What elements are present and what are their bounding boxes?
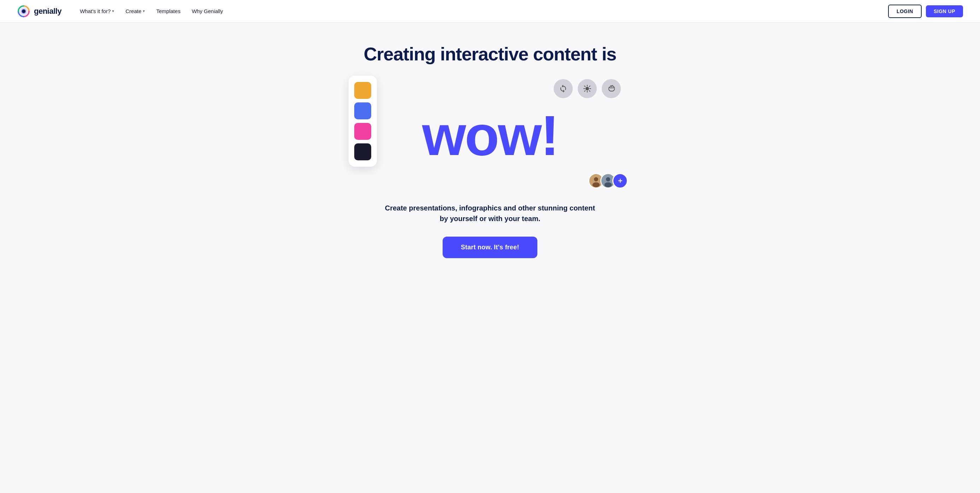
logo-icon (17, 5, 30, 18)
navbar: genially What's it for? ▾ Create ▾ Templ… (0, 0, 980, 22)
nav-item-create[interactable]: Create ▾ (121, 5, 149, 17)
interaction-icons (554, 79, 621, 98)
animate-icon-circle[interactable] (578, 79, 597, 98)
nav-item-why-genially[interactable]: Why Genially (188, 5, 227, 17)
interact-icon-circle[interactable] (602, 79, 621, 98)
navbar-right: LOGIN SIGN UP (888, 5, 963, 18)
nav-links: What's it for? ▾ Create ▾ Templates Why … (76, 5, 228, 17)
yellow-swatch (354, 82, 371, 99)
chevron-down-icon: ▾ (112, 9, 114, 13)
hero-title: Creating interactive content is (364, 44, 617, 65)
animate-icon (583, 84, 592, 93)
dark-swatch (354, 143, 371, 160)
svg-point-9 (606, 177, 610, 181)
nav-item-templates[interactable]: Templates (152, 5, 185, 17)
signup-button[interactable]: SIGN UP (926, 5, 963, 17)
rotate-icon-circle[interactable] (554, 79, 573, 98)
logo[interactable]: genially (17, 5, 62, 18)
svg-point-6 (594, 177, 598, 181)
svg-point-10 (605, 182, 612, 187)
color-palette-card (348, 76, 377, 167)
login-button[interactable]: LOGIN (888, 5, 922, 18)
wow-text: wow! (422, 107, 558, 164)
svg-point-7 (592, 182, 600, 187)
rotate-icon (559, 84, 568, 93)
hero-visual-area: wow! ＋ (331, 68, 649, 203)
blue-swatch (354, 102, 371, 119)
nav-item-whats-it-for[interactable]: What's it for? ▾ (76, 5, 118, 17)
hand-icon (607, 84, 616, 93)
logo-text: genially (34, 7, 62, 16)
svg-point-4 (585, 87, 589, 90)
pink-swatch (354, 123, 371, 140)
cta-button[interactable]: Start now. It's free! (442, 236, 538, 258)
hero-section: Creating interactive content is (0, 22, 980, 493)
navbar-left: genially What's it for? ▾ Create ▾ Templ… (17, 5, 228, 18)
svg-point-3 (22, 10, 25, 13)
avatar-group: ＋ (588, 173, 628, 189)
chevron-down-icon: ▾ (143, 9, 145, 13)
avatar-add[interactable]: ＋ (612, 173, 628, 189)
hero-subtitle: Create presentations, infographics and o… (384, 203, 596, 224)
